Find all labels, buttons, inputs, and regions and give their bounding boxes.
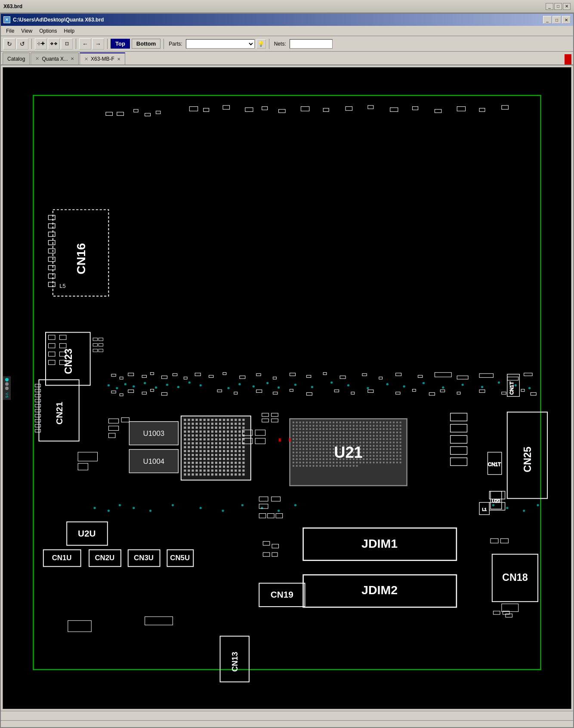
svg-rect-320 <box>188 458 190 460</box>
svg-rect-322 <box>196 458 198 460</box>
svg-rect-889 <box>78 452 97 461</box>
svg-rect-319 <box>184 458 186 460</box>
svg-rect-608 <box>326 441 328 443</box>
tab-catalog[interactable]: Catalog <box>3 52 30 65</box>
grid-button[interactable]: ❖❖ <box>48 38 60 49</box>
svg-rect-278 <box>211 446 213 448</box>
arrow-right-button[interactable]: → <box>92 38 104 49</box>
cn1u-component: CN1U <box>43 550 81 567</box>
svg-rect-844 <box>343 465 345 467</box>
svg-rect-269 <box>238 442 241 444</box>
arrow-left-button[interactable]: ← <box>79 38 91 49</box>
svg-rect-552 <box>359 435 361 437</box>
bottom-scrollbar[interactable] <box>1 720 573 727</box>
menu-bar: File View Options Help <box>1 26 573 36</box>
menu-help[interactable]: Help <box>61 27 78 35</box>
svg-rect-165 <box>207 419 210 421</box>
svg-point-153 <box>294 504 296 506</box>
magnet-button[interactable]: ⊡ <box>61 38 73 49</box>
bottom-view-button[interactable]: Bottom <box>132 39 161 49</box>
svg-rect-391 <box>215 473 217 475</box>
menu-options[interactable]: Options <box>36 27 60 35</box>
svg-point-139 <box>498 381 500 383</box>
svg-point-116 <box>133 386 135 388</box>
svg-rect-312 <box>219 454 221 456</box>
svg-rect-653 <box>366 445 368 447</box>
svg-rect-201 <box>223 426 225 429</box>
tab-x63mb-close[interactable]: ✕ <box>117 57 120 62</box>
svg-rect-379 <box>231 469 233 472</box>
svg-rect-380 <box>235 469 237 472</box>
tab-x63mb[interactable]: ✕ X63-MB-F ✕ <box>80 52 125 65</box>
tab-quanta-close[interactable]: ✕ <box>71 56 74 61</box>
svg-rect-495 <box>389 428 391 430</box>
svg-rect-197 <box>207 426 210 429</box>
svg-text:L5: L5 <box>59 283 65 289</box>
svg-rect-377 <box>223 469 225 472</box>
svg-rect-727 <box>393 452 395 453</box>
svg-rect-65 <box>413 389 416 392</box>
svg-rect-833 <box>306 465 308 467</box>
menu-view[interactable]: View <box>18 27 36 35</box>
svg-rect-207 <box>184 430 186 432</box>
svg-rect-488 <box>366 428 368 430</box>
svg-rect-836 <box>316 465 318 467</box>
cn21-component: CN21 <box>35 380 79 441</box>
top-view-button[interactable]: Top <box>111 39 130 49</box>
svg-rect-625 <box>383 441 385 443</box>
svg-point-120 <box>177 386 179 388</box>
svg-rect-802 <box>313 462 315 463</box>
svg-rect-534 <box>299 435 301 437</box>
window-controls: _ □ ✕ <box>543 16 571 24</box>
svg-rect-725 <box>386 452 388 453</box>
svg-rect-164 <box>204 419 206 421</box>
u21-component: U21 <box>290 419 407 485</box>
svg-rect-900 <box>272 497 281 501</box>
svg-rect-813 <box>349 462 351 463</box>
svg-rect-493 <box>383 428 385 430</box>
svg-rect-546 <box>339 435 341 437</box>
svg-point-146 <box>149 509 151 512</box>
tabs-bar: Catalog ✕ Quanta X... ✕ ✕ X63-MB-F ✕ <box>1 52 573 65</box>
nets-input[interactable] <box>290 39 333 49</box>
svg-rect-194 <box>196 426 198 429</box>
refresh-button[interactable]: ↻ <box>3 38 15 49</box>
svg-rect-328 <box>219 458 221 460</box>
svg-rect-188 <box>235 423 237 425</box>
svg-rect-686 <box>366 448 368 450</box>
svg-rect-403 <box>302 422 304 423</box>
win-minimize[interactable]: _ <box>543 16 552 24</box>
svg-rect-395 <box>231 473 233 475</box>
maximize-button[interactable]: □ <box>554 3 562 10</box>
svg-rect-579 <box>339 438 341 440</box>
svg-rect-675 <box>329 448 331 450</box>
svg-rect-54 <box>161 392 167 395</box>
svg-rect-50 <box>120 394 123 396</box>
svg-rect-70 <box>502 392 506 394</box>
svg-rect-860 <box>451 458 467 466</box>
select-button[interactable]: ⊹✚ <box>35 38 47 49</box>
svg-rect-43 <box>418 375 422 377</box>
light-button[interactable]: 💡 <box>256 39 266 49</box>
svg-rect-100 <box>99 349 103 352</box>
menu-file[interactable]: File <box>3 27 18 35</box>
minimize-button[interactable]: _ <box>546 3 553 10</box>
svg-rect-44 <box>435 373 451 377</box>
undo-button[interactable]: ↺ <box>16 38 28 49</box>
nav-buttons: ↻ ↺ <box>3 38 28 49</box>
parts-select[interactable] <box>186 39 255 49</box>
win-maximize[interactable]: □ <box>552 16 561 24</box>
win-close[interactable]: ✕ <box>562 16 571 24</box>
svg-rect-72 <box>531 392 536 395</box>
svg-rect-30 <box>195 373 201 376</box>
svg-rect-553 <box>363 435 364 437</box>
pcb-canvas[interactable]: V6 <box>3 67 571 709</box>
svg-rect-317 <box>238 454 241 456</box>
svg-rect-356 <box>204 466 206 468</box>
svg-rect-536 <box>306 435 308 437</box>
svg-rect-612 <box>339 441 341 443</box>
svg-rect-385 <box>191 473 194 475</box>
tab-quanta[interactable]: ✕ Quanta X... ✕ <box>31 52 79 65</box>
svg-point-127 <box>278 386 280 389</box>
close-window-button[interactable]: ✕ <box>563 3 571 10</box>
